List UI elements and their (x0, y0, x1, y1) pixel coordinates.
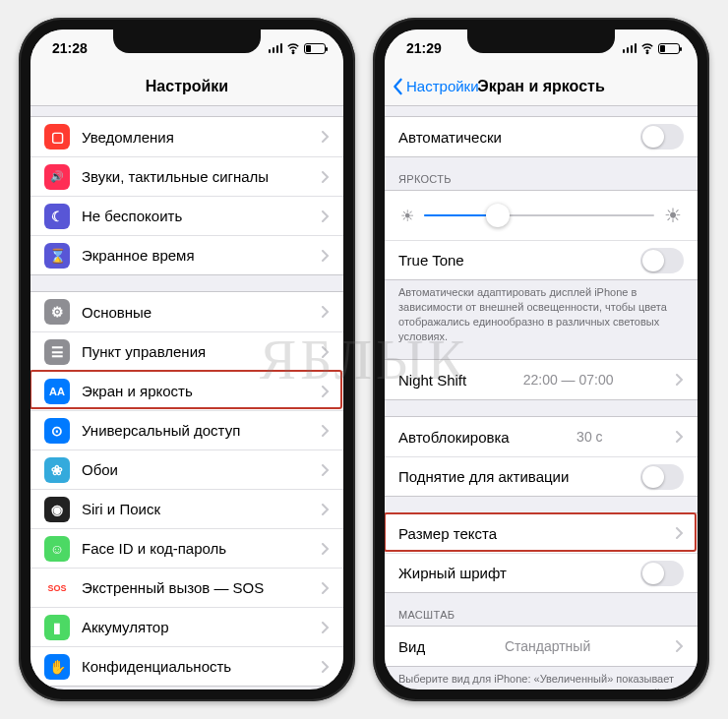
row-label: Уведомления (82, 129, 174, 146)
raise-to-wake-toggle[interactable] (640, 464, 684, 490)
wifi-icon (640, 41, 654, 55)
settings-row[interactable]: ☺Face ID и код-пароль (30, 528, 343, 568)
settings-row[interactable]: ☾Не беспокоить (30, 196, 343, 235)
night-shift-label: Night Shift (398, 372, 466, 389)
settings-row[interactable]: 🔊Звуки, тактильные сигналы (30, 156, 343, 196)
general-icon: ⚙ (44, 299, 70, 325)
settings-row[interactable]: ▮Аккумулятор (30, 607, 343, 646)
back-button[interactable]: Настройки (391, 78, 479, 95)
status-indicators (623, 41, 681, 55)
page-title: Настройки (146, 78, 228, 95)
control-center-icon: ☰ (44, 339, 70, 365)
nav-bar: Настройки Экран и яркость (385, 67, 698, 106)
row-bold-text[interactable]: Жирный шрифт (385, 553, 698, 592)
row-night-shift[interactable]: Night Shift 22:00 — 07:00 (385, 360, 698, 399)
raise-to-wake-label: Поднятие для активации (398, 468, 569, 485)
chevron-right-icon (322, 306, 330, 318)
screen-settings: 21:28 Настройки ▢Уведомления🔊Звуки, такт… (30, 30, 343, 689)
row-true-tone[interactable]: True Tone (385, 240, 698, 279)
sos-icon: SOS (44, 575, 70, 601)
row-label: Не беспокоить (82, 208, 182, 224)
row-text-size[interactable]: Размер текста (385, 513, 698, 553)
row-label: Экранное время (82, 247, 195, 264)
brightness-slider[interactable] (424, 214, 654, 216)
chevron-right-icon (322, 171, 330, 183)
row-label: Пункт управления (82, 343, 206, 360)
settings-row[interactable]: ⚙Основные (30, 292, 343, 331)
notch (467, 30, 615, 53)
row-label: Основные (82, 304, 152, 321)
sounds-icon: 🔊 (44, 164, 70, 190)
bold-text-label: Жирный шрифт (398, 565, 507, 581)
row-label: Универсальный доступ (82, 422, 240, 439)
auto-lock-label: Автоблокировка (398, 429, 510, 446)
cellular-icon (269, 43, 283, 53)
accessibility-icon: ⊙ (44, 418, 70, 444)
true-tone-toggle[interactable] (640, 248, 684, 273)
row-label: Конфиденциальность (82, 658, 231, 675)
page-title: Экран и яркость (477, 78, 605, 95)
bold-text-toggle[interactable] (640, 561, 684, 586)
chevron-left-icon (391, 78, 404, 95)
display-settings-list[interactable]: Автоматически ЯРКОСТЬ ☀︎ ☀︎ True Tone (385, 106, 698, 689)
settings-row[interactable]: ❀Обои (30, 449, 343, 489)
screentime-icon: ⌛ (44, 243, 70, 269)
chevron-right-icon (322, 346, 330, 358)
settings-row[interactable]: ✋Конфиденциальность (30, 646, 343, 686)
row-label: Аккумулятор (82, 619, 169, 635)
row-brightness-slider[interactable]: ☀︎ ☀︎ (385, 191, 698, 240)
night-shift-value: 22:00 — 07:00 (523, 372, 620, 388)
siri-icon: ◉ (44, 497, 70, 522)
battery-icon (658, 43, 680, 54)
display-icon: AA (44, 379, 70, 404)
settings-list[interactable]: ▢Уведомления🔊Звуки, тактильные сигналы☾Н… (30, 106, 343, 689)
chevron-right-icon (322, 210, 330, 222)
chevron-right-icon (322, 582, 330, 594)
phone-right: 21:29 Настройки Экран и яркость Автомати… (373, 18, 709, 701)
wifi-icon (286, 41, 300, 55)
nav-bar: Настройки (30, 67, 343, 106)
svg-point-0 (292, 52, 294, 54)
wallpaper-icon: ❀ (44, 457, 70, 483)
phone-left: 21:28 Настройки ▢Уведомления🔊Звуки, такт… (19, 18, 355, 701)
privacy-icon: ✋ (44, 654, 70, 680)
status-indicators (269, 41, 327, 55)
chevron-right-icon (676, 431, 684, 443)
true-tone-label: True Tone (398, 252, 464, 269)
chevron-right-icon (322, 131, 330, 143)
header-brightness: ЯРКОСТЬ (385, 157, 698, 190)
chevron-right-icon (676, 640, 684, 652)
row-label: Экран и яркость (82, 383, 193, 399)
settings-row[interactable]: SOSЭкстренный вызов — SOS (30, 568, 343, 607)
svg-point-1 (646, 52, 648, 54)
chevron-right-icon (322, 661, 330, 673)
settings-row[interactable]: ☰Пункт управления (30, 331, 343, 371)
row-auto-lock[interactable]: Автоблокировка 30 с (385, 417, 698, 456)
sun-bright-icon: ☀︎ (664, 204, 682, 227)
chevron-right-icon (322, 622, 330, 633)
settings-row[interactable]: ⌛Экранное время (30, 235, 343, 274)
settings-row[interactable]: ⊙Универсальный доступ (30, 410, 343, 449)
status-time: 21:28 (52, 40, 88, 56)
row-label: Звуки, тактильные сигналы (82, 168, 269, 185)
battery-icon (304, 43, 326, 54)
chevron-right-icon (322, 250, 330, 262)
chevron-right-icon (676, 374, 684, 386)
dnd-icon: ☾ (44, 204, 70, 229)
status-time: 21:29 (406, 40, 442, 56)
notch (113, 30, 261, 53)
header-zoom: МАСШТАБ (385, 593, 698, 626)
row-raise-to-wake[interactable]: Поднятие для активации (385, 456, 698, 496)
chevron-right-icon (676, 527, 684, 539)
auto-brightness-toggle[interactable] (640, 124, 684, 150)
settings-row[interactable]: AAЭкран и яркость (30, 371, 343, 410)
settings-row[interactable]: ▢Уведомления (30, 117, 343, 156)
text-size-label: Размер текста (398, 525, 497, 542)
display-zoom-value: Стандартный (505, 638, 596, 654)
notifications-icon: ▢ (44, 124, 70, 150)
row-display-zoom[interactable]: Вид Стандартный (385, 627, 698, 666)
cellular-icon (623, 43, 637, 53)
settings-row[interactable]: ◉Siri и Поиск (30, 489, 343, 528)
chevron-right-icon (322, 425, 330, 437)
row-auto-brightness[interactable]: Автоматически (385, 117, 698, 156)
